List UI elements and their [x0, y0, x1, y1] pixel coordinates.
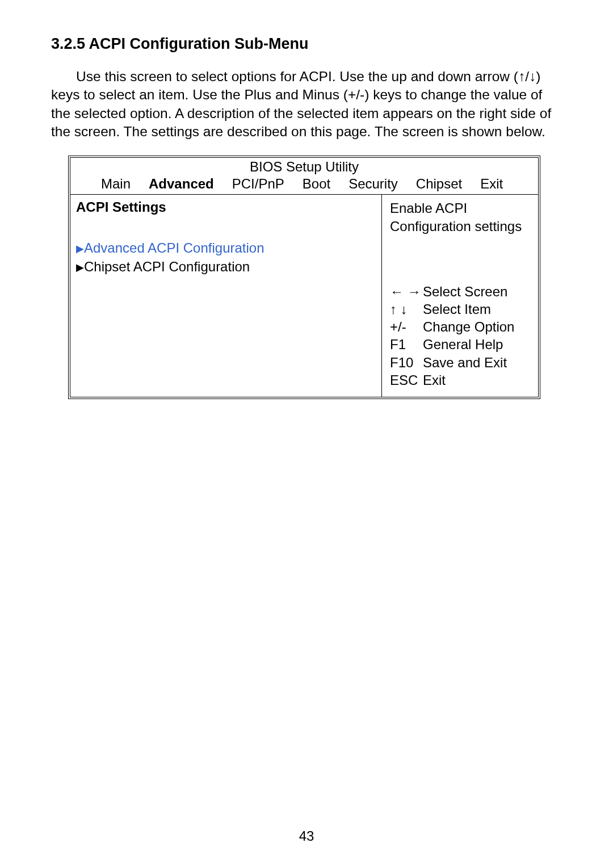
help-row: F1 General Help: [390, 336, 532, 353]
help-desc-line2: Configuration settings: [390, 217, 532, 235]
bios-right-pane: Enable ACPI Configuration settings ← → S…: [381, 195, 538, 397]
help-row: F10 Save and Exit: [390, 354, 532, 371]
page-number: 43: [0, 828, 613, 844]
help-row: ← → Select Screen: [390, 283, 532, 300]
help-label: Exit: [423, 371, 532, 389]
tab-main[interactable]: Main: [101, 176, 131, 192]
section-heading: 3.2.5 ACPI Configuration Sub-Menu: [51, 34, 562, 54]
key-help-list: ← → Select Screen ↑ ↓ Select Item +/- Ch…: [390, 283, 532, 389]
help-label: Select Screen: [423, 283, 532, 300]
tab-chipset[interactable]: Chipset: [416, 176, 462, 192]
help-desc-line1: Enable ACPI: [390, 199, 532, 217]
menu-item-chipset-acpi[interactable]: ▶Chipset ACPI Configuration: [76, 258, 376, 276]
acpi-settings-title: ACPI Settings: [76, 199, 376, 215]
tab-security[interactable]: Security: [349, 176, 398, 192]
menu-item-advanced-acpi[interactable]: ▶Advanced ACPI Configuration: [76, 239, 376, 257]
help-key: F10: [390, 354, 423, 371]
tab-pcipnp[interactable]: PCI/PnP: [232, 176, 284, 192]
bios-columns: ACPI Settings ▶Advanced ACPI Configurati…: [70, 194, 538, 397]
help-row: ↑ ↓ Select Item: [390, 300, 532, 318]
intro-paragraph: Use this screen to select options for AC…: [51, 68, 562, 141]
help-label: General Help: [423, 336, 532, 353]
triangle-icon: ▶: [76, 242, 84, 255]
help-key: ↑ ↓: [390, 300, 423, 318]
tab-boot[interactable]: Boot: [303, 176, 330, 192]
bios-tab-row: Main Advanced PCI/PnP Boot Security Chip…: [70, 175, 538, 194]
tab-exit[interactable]: Exit: [480, 176, 503, 192]
tab-advanced[interactable]: Advanced: [149, 176, 214, 192]
help-key: +/-: [390, 318, 423, 336]
help-row: ESC Exit: [390, 371, 532, 389]
bios-screenshot-box: BIOS Setup Utility Main Advanced PCI/PnP…: [68, 156, 540, 399]
help-key: ← →: [390, 283, 423, 300]
triangle-icon: ▶: [76, 261, 84, 274]
help-label: Select Item: [423, 300, 532, 318]
help-key: ESC: [390, 371, 423, 389]
help-row: +/- Change Option: [390, 318, 532, 336]
help-key: F1: [390, 336, 423, 353]
bios-title: BIOS Setup Utility: [70, 158, 538, 175]
spacer: [390, 235, 532, 283]
help-label: Save and Exit: [423, 354, 532, 371]
menu-item-label: Chipset ACPI Configuration: [84, 259, 250, 274]
help-label: Change Option: [423, 318, 532, 336]
menu-item-label: Advanced ACPI Configuration: [84, 240, 264, 255]
bios-left-pane: ACPI Settings ▶Advanced ACPI Configurati…: [70, 195, 381, 397]
